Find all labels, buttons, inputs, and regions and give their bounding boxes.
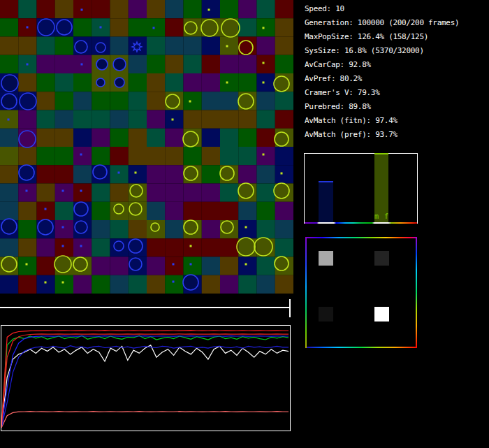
world-cell	[257, 220, 275, 238]
agent-dot-yellow	[281, 173, 283, 175]
world-cell	[184, 0, 202, 18]
world-cell	[73, 147, 92, 165]
history-chart-panel	[1, 325, 291, 431]
world-cell	[147, 147, 165, 165]
agent-dot-blue	[26, 190, 28, 192]
agent-filled-blue	[113, 58, 126, 71]
stat-line: MaxPopSize: 126.4% (158/125)	[305, 30, 486, 44]
world-cell	[37, 37, 55, 55]
agent-dot-blue	[80, 190, 82, 192]
world-cell	[147, 37, 165, 55]
world-cell	[238, 55, 256, 73]
world-cell	[129, 73, 147, 92]
world-cell	[202, 0, 220, 18]
agent-dot-blue	[153, 27, 155, 29]
world-cell	[55, 184, 73, 202]
history-series-white-noisy	[1, 345, 289, 428]
world-cell	[18, 275, 36, 294]
world-cell	[73, 275, 92, 294]
world-cell	[165, 238, 183, 256]
agent-dot-yellow	[190, 245, 192, 247]
world-cell	[18, 238, 36, 256]
world-cell	[202, 165, 220, 183]
agent-dot-yellow	[208, 9, 210, 11]
bar-cap-f	[374, 153, 388, 154]
world-cell	[275, 110, 293, 129]
world-cell	[37, 257, 55, 275]
world-cell	[73, 238, 92, 256]
world-cell	[184, 202, 202, 220]
world-cell	[202, 275, 220, 294]
history-series-red-top	[1, 331, 289, 428]
world-cell	[110, 165, 129, 183]
world-cell	[18, 184, 36, 202]
history-series-salmon-low	[1, 412, 289, 428]
world-cell	[73, 110, 92, 129]
world-cell	[129, 0, 147, 18]
world-cell	[110, 110, 129, 129]
world-cell	[37, 238, 55, 256]
world-cell	[110, 37, 129, 55]
world-grid-canvas[interactable]	[0, 0, 293, 294]
world-cell	[110, 257, 129, 275]
world-cell	[55, 110, 73, 129]
world-cell	[129, 220, 147, 238]
world-cell	[202, 37, 220, 55]
stat-line: AvMatch (pref): 93.7%	[305, 128, 486, 142]
world-cell	[18, 73, 36, 92]
world-cell	[165, 184, 183, 202]
world-cell	[275, 147, 293, 165]
agent-dot-yellow	[26, 263, 28, 266]
matrix-border-bottom	[305, 347, 417, 348]
world-cell	[0, 147, 18, 165]
agent-filled-blue	[115, 78, 124, 87]
world-cell	[238, 0, 256, 18]
agent-filled-blue	[1, 219, 17, 234]
world-cell	[202, 202, 220, 220]
world-cell	[202, 129, 220, 147]
world-cell	[238, 73, 256, 92]
world-cell	[92, 110, 110, 129]
world-cell	[73, 165, 92, 183]
world-cell	[0, 238, 18, 256]
agent-dot-blue	[62, 190, 64, 192]
world-cell	[18, 0, 36, 18]
stat-line: SysSize: 16.8% (5370/32000)	[305, 44, 486, 58]
agent-dot-blue	[173, 281, 175, 283]
world-cell	[257, 0, 275, 18]
agent-dot-blue	[173, 263, 175, 266]
agent-dot-blue	[45, 208, 47, 210]
world-cell	[165, 257, 183, 275]
world-cell	[238, 110, 256, 129]
world-cell	[37, 92, 55, 110]
world-cell	[257, 165, 275, 183]
world-cell	[37, 110, 55, 129]
agent-filled-blue	[183, 275, 198, 290]
world-cell	[184, 110, 202, 129]
world-cell	[92, 129, 110, 147]
world-cell	[202, 55, 220, 73]
world-cell	[129, 110, 147, 129]
stat-line: Generation: 100000 (200/200 frames)	[305, 16, 486, 30]
stat-line: Purebred: 89.8%	[305, 100, 486, 114]
world-cell	[18, 257, 36, 275]
world-cell	[92, 202, 110, 220]
world-cell	[275, 129, 293, 147]
world-cell	[165, 0, 183, 18]
world-cell	[275, 202, 293, 220]
world-cell	[257, 184, 275, 202]
world-cell	[257, 18, 275, 36]
agent-dot-blue	[80, 245, 82, 247]
agent-dot-blue	[81, 9, 83, 11]
simulation-window: Speed: 10Generation: 100000 (200/200 fra…	[0, 0, 489, 448]
world-cell	[55, 55, 73, 73]
bar-m	[319, 181, 333, 222]
agent-dot-yellow	[226, 82, 228, 84]
world-view[interactable]	[0, 0, 293, 294]
world-cell	[0, 129, 18, 147]
world-cell	[37, 165, 55, 183]
agent-dot-yellow	[135, 172, 137, 174]
world-cell	[257, 110, 275, 129]
world-cell	[92, 92, 110, 110]
world-cell	[0, 55, 18, 73]
